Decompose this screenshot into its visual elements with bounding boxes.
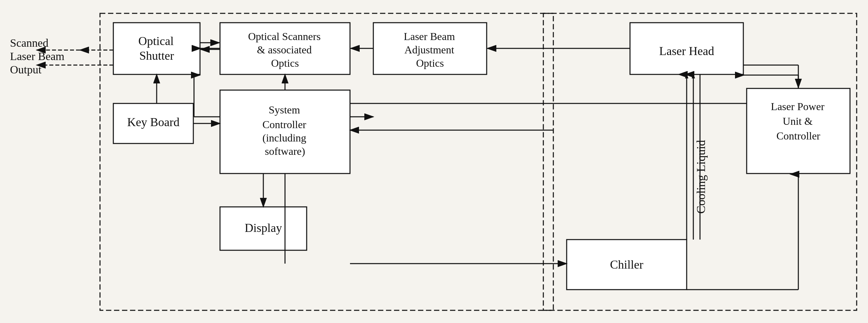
display-label: Display (245, 221, 282, 235)
laser-head-label: Laser Head (659, 45, 714, 58)
diagram-container: Optical Shutter Optical Scanners & assoc… (0, 0, 868, 323)
cooling-liquid-label: Cooling Liquid (694, 140, 708, 213)
optical-shutter-box (113, 23, 200, 75)
chiller-label: Chiller (610, 258, 643, 271)
key-board-label: Key Board (127, 115, 180, 129)
